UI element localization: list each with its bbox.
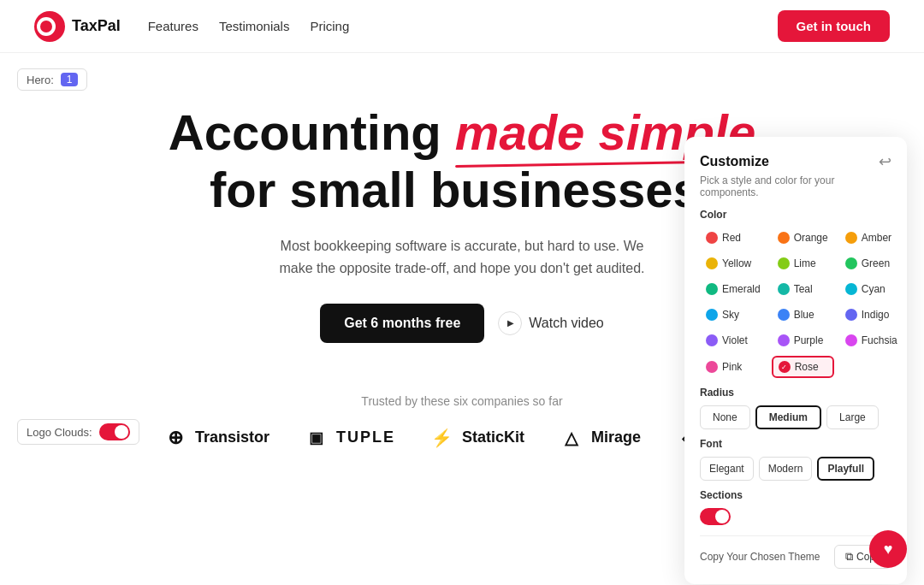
statickit-icon: ⚡ [429, 425, 455, 451]
color-option-lime[interactable]: Lime [772, 253, 834, 274]
panel-subtitle: Pick a style and color for your componen… [700, 174, 891, 198]
panel-header: Customize ↩ [700, 152, 891, 171]
sections-row [700, 508, 891, 525]
radius-label: Radius [700, 387, 891, 399]
logo-clouds-label: Logo Clouds: [27, 426, 92, 439]
logo[interactable]: TaxPal [34, 11, 121, 42]
hero-toggle-label: Hero: [27, 74, 54, 86]
color-name: Pink [722, 361, 742, 373]
violet-dot [706, 334, 718, 346]
hero-toggle-value: 1 [61, 73, 79, 86]
radius-row: None Medium Large [700, 405, 891, 429]
color-name: Lime [794, 257, 816, 269]
color-option-emerald[interactable]: Emerald [700, 279, 767, 299]
list-item: ⚡ StaticKit [429, 425, 524, 451]
color-name: Yellow [722, 257, 751, 269]
company-name: Transistor [195, 428, 270, 446]
color-name: Red [722, 232, 741, 244]
color-option-orange[interactable]: Orange [772, 228, 834, 248]
sections-toggle[interactable] [700, 508, 731, 525]
color-option-fuchsia[interactable]: Fuchsia [839, 330, 903, 351]
pink-dot [706, 361, 718, 373]
transistor-icon: ⊕ [163, 425, 188, 451]
color-name: Orange [794, 232, 828, 244]
color-name: Blue [794, 309, 814, 321]
color-option-indigo[interactable]: Indigo [839, 304, 903, 325]
nav-link-testimonials[interactable]: Testimonials [219, 19, 290, 33]
color-name: Fuchsia [862, 334, 897, 346]
rose-check: ✓ [779, 361, 791, 373]
color-option-teal[interactable]: Teal [772, 279, 834, 299]
mirage-icon: △ [559, 425, 584, 451]
font-modern[interactable]: Modern [759, 457, 813, 481]
radius-none[interactable]: None [700, 405, 750, 429]
color-name: Violet [722, 334, 748, 346]
teal-dot [778, 283, 790, 295]
color-name: Rose [795, 361, 819, 373]
red-dot [706, 232, 718, 244]
font-elegant[interactable]: Elegant [700, 457, 754, 481]
hero-toggle: Hero: 1 [17, 68, 87, 91]
get-6-months-button[interactable]: Get 6 months free [320, 304, 484, 343]
color-option-purple[interactable]: Purple [772, 330, 834, 351]
color-option-pink[interactable]: Pink [700, 356, 767, 378]
color-name: Green [862, 257, 890, 269]
company-name: StaticKit [462, 428, 524, 446]
nav-links: Features Testimonials Pricing [148, 19, 350, 33]
font-playfull[interactable]: Playfull [817, 457, 874, 481]
color-label: Color [700, 209, 891, 221]
font-row: Elegant Modern Playfull [700, 457, 891, 481]
company-name: Mirage [591, 428, 641, 446]
customize-panel: Customize ↩ Pick a style and color for y… [684, 137, 907, 584]
copy-label: Copy Your Chosen Theme [700, 551, 820, 563]
color-name: Sky [722, 309, 739, 321]
panel-title: Customize [700, 154, 769, 169]
hero-title-part1: Accounting [169, 104, 455, 160]
amber-dot [845, 232, 857, 244]
cyan-dot [845, 283, 857, 295]
watch-video-button[interactable]: Watch video [498, 311, 603, 335]
get-in-touch-button[interactable]: Get in touch [778, 10, 891, 42]
sky-dot [706, 309, 718, 321]
list-item: ⊕ Transistor [163, 425, 270, 451]
bottom-right-button[interactable]: ♥ [869, 530, 907, 568]
orange-dot [778, 232, 790, 244]
color-name: Cyan [862, 283, 886, 295]
color-option-red[interactable]: Red [700, 228, 767, 248]
color-option-violet[interactable]: Violet [700, 330, 767, 351]
radius-medium[interactable]: Medium [755, 405, 821, 429]
color-option-green[interactable]: Green [839, 253, 903, 274]
color-name: Teal [794, 283, 813, 295]
color-option-rose[interactable]: ✓ Rose [772, 356, 834, 378]
fuchsia-dot [845, 334, 857, 346]
color-grid: Red Orange Amber Yellow Lime Green [700, 228, 891, 378]
color-option-cyan[interactable]: Cyan [839, 279, 903, 299]
list-item: ▣ TUPLE [304, 425, 395, 451]
nav-link-features[interactable]: Features [148, 19, 198, 33]
navbar-left: TaxPal Features Testimonials Pricing [34, 11, 349, 42]
lime-dot [778, 257, 790, 269]
radius-large[interactable]: Large [826, 405, 879, 429]
color-name: Amber [862, 232, 891, 244]
company-name: TUPLE [336, 428, 395, 446]
color-option-yellow[interactable]: Yellow [700, 253, 767, 274]
color-option-blue[interactable]: Blue [772, 304, 834, 325]
logo-icon [34, 11, 65, 42]
tuple-icon: ▣ [304, 425, 329, 451]
play-icon [498, 311, 522, 335]
purple-dot [778, 334, 790, 346]
hero-subtitle: Most bookkeeping software is accurate, b… [274, 235, 650, 279]
font-label: Font [700, 438, 891, 450]
color-name: Emerald [722, 283, 761, 295]
color-option-amber[interactable]: Amber [839, 228, 903, 248]
copy-row: Copy Your Chosen Theme ⧉ Copy [700, 535, 891, 569]
indigo-dot [845, 309, 857, 321]
logo-clouds-switch[interactable] [99, 423, 130, 440]
color-name: Indigo [862, 309, 890, 321]
nav-link-pricing[interactable]: Pricing [310, 19, 349, 33]
logo-clouds-toggle: Logo Clouds: [17, 419, 139, 445]
watch-video-label: Watch video [529, 316, 603, 331]
bottom-right-icon: ♥ [884, 541, 893, 558]
panel-back-icon[interactable]: ↩ [879, 152, 891, 171]
color-option-sky[interactable]: Sky [700, 304, 767, 325]
